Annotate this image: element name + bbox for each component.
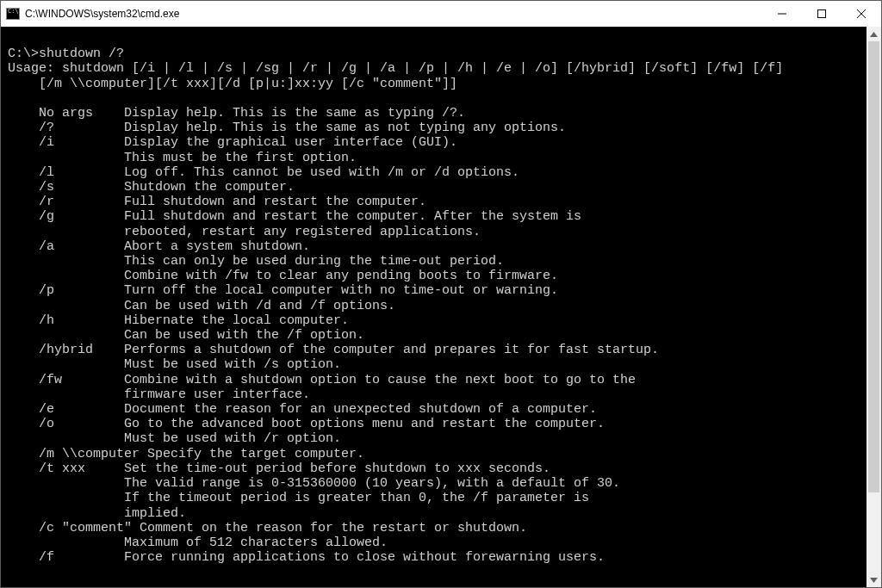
scroll-thumb[interactable]	[868, 41, 879, 492]
maximize-button[interactable]	[802, 1, 842, 27]
titlebar-left: C:\WINDOWS\system32\cmd.exe	[1, 8, 179, 20]
svg-marker-5	[870, 578, 878, 583]
close-button[interactable]	[842, 1, 881, 27]
window-controls	[762, 1, 881, 27]
cmd-window: C:\WINDOWS\system32\cmd.exe C:\>shutdown…	[0, 0, 882, 588]
window-title: C:\WINDOWS\system32\cmd.exe	[25, 8, 179, 20]
titlebar[interactable]: C:\WINDOWS\system32\cmd.exe	[1, 1, 881, 27]
svg-marker-4	[870, 32, 878, 37]
scroll-down-button[interactable]	[866, 573, 881, 587]
scroll-track[interactable]	[866, 41, 881, 573]
cmd-icon	[6, 8, 20, 20]
terminal-output: C:\>shutdown /? Usage: shutdown [/i | /l…	[8, 32, 860, 565]
client-area: C:\>shutdown /? Usage: shutdown [/i | /l…	[1, 27, 881, 587]
minimize-button[interactable]	[762, 1, 802, 27]
scroll-up-button[interactable]	[866, 27, 881, 41]
svg-rect-1	[818, 10, 826, 18]
vertical-scrollbar[interactable]	[866, 27, 881, 587]
terminal[interactable]: C:\>shutdown /? Usage: shutdown [/i | /l…	[1, 27, 866, 587]
